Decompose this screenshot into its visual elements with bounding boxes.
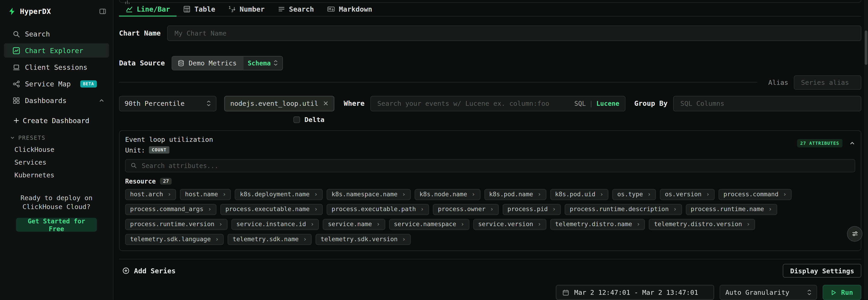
attribute-chip[interactable]: host.arch ›: [125, 189, 176, 200]
chevron-right-icon: ›: [402, 191, 406, 198]
presets-section-toggle[interactable]: PRESETS: [10, 135, 113, 141]
create-dashboard-button[interactable]: Create Dashboard: [13, 116, 113, 125]
granularity-select[interactable]: Auto Granularity: [720, 285, 817, 300]
alias-input[interactable]: [800, 78, 855, 87]
calendar-icon: [563, 289, 569, 296]
attribute-chip[interactable]: os.version ›: [660, 189, 715, 200]
data-source-select[interactable]: Demo Metrics Schema: [172, 56, 283, 70]
display-settings-button[interactable]: Display Settings: [783, 264, 861, 278]
lucene-option[interactable]: Lucene: [596, 100, 619, 107]
attribute-chip-label: service.instance.id: [236, 221, 306, 228]
attribute-chip-label: telemetry.sdk.version: [320, 236, 398, 243]
sidebar-item-label: Service Map: [25, 80, 70, 88]
attribute-chip[interactable]: k8s.node.name ›: [414, 189, 480, 200]
brand-row: HyperDX: [0, 0, 113, 21]
preset-clickhouse[interactable]: ClickHouse: [14, 146, 113, 154]
group-by-input[interactable]: [679, 99, 855, 108]
attribute-chip[interactable]: process.runtime.name ›: [686, 204, 777, 215]
chart-preview-cutoff: [119, 0, 861, 3]
attribute-chip[interactable]: process.pid ›: [502, 204, 561, 215]
attribute-chip[interactable]: process.owner ›: [433, 204, 499, 215]
chevron-up-icon[interactable]: [849, 140, 855, 146]
tab-number[interactable]: 13 Number: [222, 3, 272, 17]
attribute-chip-label: telemetry.distro.version: [654, 221, 742, 228]
attribute-chip[interactable]: process.runtime.version ›: [125, 219, 227, 230]
attribute-chip[interactable]: service.namespace ›: [389, 219, 469, 230]
attribute-chip-label: host.name: [185, 191, 218, 198]
schema-select[interactable]: Schema: [243, 56, 282, 70]
plus-icon: [13, 117, 19, 124]
group-label: Resource: [125, 177, 156, 185]
attribute-chip[interactable]: host.name ›: [180, 189, 231, 200]
attribute-chip[interactable]: k8s.namespace.name ›: [327, 189, 410, 200]
bar-chart-mini-icon[interactable]: [125, 0, 130, 4]
attribute-chip[interactable]: k8s.deployment.name ›: [235, 189, 323, 200]
where-input[interactable]: [376, 99, 574, 108]
preset-kubernetes[interactable]: Kubernetes: [14, 171, 113, 179]
schema-label: Schema: [248, 59, 271, 67]
sql-option[interactable]: SQL: [574, 100, 586, 107]
attributes-panel-header: Event loop utilization Unit: COUNT 27 AT…: [125, 136, 855, 154]
attribute-chip-label: service.namespace: [394, 221, 456, 228]
close-icon[interactable]: [323, 101, 328, 106]
attribute-chip[interactable]: process.executable.name ›: [220, 204, 323, 215]
attribute-chip[interactable]: process.executable.path ›: [327, 204, 429, 215]
area-chart-icon: [126, 5, 133, 13]
metric-chip[interactable]: nodejs.event_loop.util: [224, 96, 335, 111]
sliders-icon: [851, 230, 859, 238]
attribute-chip[interactable]: process.command_args ›: [125, 204, 216, 215]
sidebar-item-search[interactable]: Search: [4, 27, 109, 41]
chevron-right-icon: ›: [537, 221, 541, 228]
preset-services[interactable]: Services: [14, 158, 113, 166]
attribute-chip-label: os.version: [665, 191, 702, 198]
sidebar-item-dashboards[interactable]: Dashboards: [4, 93, 109, 107]
sidebar-item-service-map[interactable]: Service Map BETA: [4, 76, 109, 91]
tab-table[interactable]: Table: [177, 3, 222, 17]
attribute-chip[interactable]: service.name ›: [323, 219, 385, 230]
markdown-icon: [327, 5, 335, 13]
delta-checkbox[interactable]: [293, 116, 300, 123]
sidebar-item-client-sessions[interactable]: Client Sessions: [4, 60, 109, 74]
chevron-right-icon: ›: [402, 236, 406, 243]
attribute-chip[interactable]: telemetry.distro.name ›: [550, 219, 645, 230]
attribute-chip[interactable]: process.command ›: [718, 189, 792, 200]
attribute-filter-button[interactable]: [847, 226, 863, 241]
chart-name-label: Chart Name: [119, 29, 161, 37]
sidebar-item-chart-explorer[interactable]: Chart Explorer: [4, 43, 109, 58]
run-button[interactable]: Run: [823, 285, 861, 300]
tab-markdown[interactable]: Markdown: [320, 3, 379, 17]
tab-search[interactable]: Search: [271, 3, 320, 17]
query-language-toggle[interactable]: SQL | Lucene: [574, 100, 619, 107]
series-divider: [119, 82, 757, 83]
attribute-chip-label: k8s.namespace.name: [332, 191, 398, 198]
attributes-panel: Event loop utilization Unit: COUNT 27 AT…: [119, 130, 861, 251]
sidebar-nav: Search Chart Explorer Client Sessions Se…: [0, 27, 113, 108]
chart-name-input[interactable]: [174, 29, 855, 37]
sidebar-collapse-icon[interactable]: [99, 7, 106, 15]
attribute-chip[interactable]: telemetry.distro.version ›: [649, 219, 755, 230]
time-range-picker[interactable]: Mar 2 12:47:01 - Mar 2 13:47:01: [556, 285, 714, 300]
attribute-search-input[interactable]: [141, 161, 850, 170]
attribute-chip[interactable]: k8s.pod.uid ›: [550, 189, 609, 200]
scrollbar[interactable]: [864, 0, 868, 300]
alias-label: Alias: [768, 79, 788, 86]
attribute-chip[interactable]: telemetry.sdk.name ›: [228, 234, 312, 245]
list-icon: [278, 5, 285, 13]
tab-label: Number: [240, 5, 265, 13]
attribute-chip[interactable]: service.instance.id ›: [231, 219, 319, 230]
tab-line-bar[interactable]: Line/Bar: [119, 3, 177, 17]
delta-row: Delta: [293, 116, 861, 124]
attribute-chip[interactable]: os.type ›: [612, 189, 656, 200]
run-label: Run: [841, 289, 853, 296]
plus-circle-icon: [122, 267, 130, 275]
attribute-chip[interactable]: telemetry.sdk.language ›: [125, 234, 224, 245]
add-series-button[interactable]: Add Series: [119, 265, 179, 277]
aggregation-select[interactable]: 90th Percentile: [119, 96, 217, 111]
attribute-chip[interactable]: process.runtime.description ›: [565, 204, 682, 215]
attribute-chip[interactable]: service.version ›: [473, 219, 546, 230]
attribute-chip[interactable]: k8s.pod.name ›: [484, 189, 546, 200]
attribute-chip[interactable]: telemetry.sdk.version ›: [316, 234, 410, 245]
scrollbar-thumb[interactable]: [865, 31, 867, 65]
get-started-button[interactable]: Get Started for Free: [16, 218, 97, 232]
chevron-right-icon: ›: [537, 191, 541, 198]
